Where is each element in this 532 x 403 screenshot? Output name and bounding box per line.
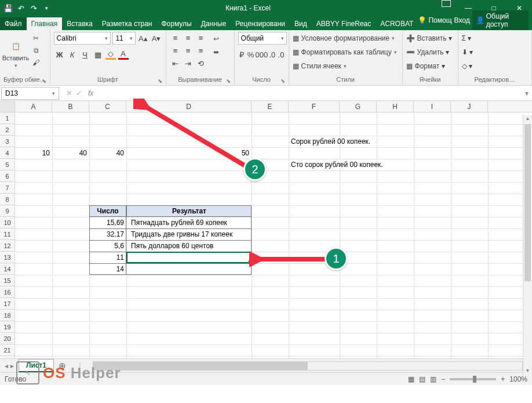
tab-abbyy[interactable]: ABBYY FineReac (312, 17, 376, 30)
tab-page-layout[interactable]: Разметка стран (97, 17, 157, 30)
cell-D11[interactable]: Тридцать две гривны 17 копеек (129, 228, 235, 240)
cell-C4[interactable]: 40 (89, 147, 126, 159)
tab-home[interactable]: Главная (27, 17, 63, 30)
share-button[interactable]: 👤 Общий доступ (472, 10, 529, 30)
font-size-combo[interactable]: 11▾ (112, 32, 136, 45)
clear-button[interactable]: ◇ ▾ (462, 60, 528, 72)
cell-C10[interactable]: 15,69 (89, 217, 126, 228)
zoom-slider[interactable] (450, 378, 496, 380)
underline-button[interactable]: Ч (79, 49, 91, 60)
row-1[interactable]: 1 (0, 112, 14, 124)
select-all-corner[interactable] (0, 101, 15, 112)
row-5[interactable]: 5 (0, 159, 14, 170)
tab-formulas[interactable]: Формулы (156, 17, 196, 30)
format-cells-button[interactable]: ▦ Формат ▾ (406, 60, 454, 72)
tab-view[interactable]: Вид (290, 17, 312, 30)
cut-icon[interactable]: ✂ (30, 33, 42, 43)
row-21[interactable]: 21 (0, 344, 14, 356)
clipboard-launcher-icon[interactable]: ⬊ (42, 78, 46, 84)
row-18[interactable]: 18 (0, 310, 14, 321)
ribbon-options-icon[interactable] (442, 0, 451, 7)
row-2[interactable]: 2 (0, 124, 14, 136)
col-E[interactable]: E (252, 101, 289, 112)
col-F[interactable]: F (289, 101, 340, 112)
row-17[interactable]: 17 (0, 298, 14, 310)
currency-icon[interactable]: ₽ (238, 49, 246, 60)
undo-icon[interactable]: ↶ (16, 3, 25, 13)
save-icon[interactable]: 💾 (3, 3, 13, 13)
row-16[interactable]: 16 (0, 286, 14, 298)
shrink-font-icon[interactable]: A▾ (151, 32, 162, 44)
border-button[interactable]: ▦ (92, 49, 104, 60)
col-B[interactable]: B (52, 101, 89, 112)
row-9[interactable]: 9 (0, 205, 14, 217)
align-center-icon[interactable]: ≡ (183, 45, 194, 56)
row-10[interactable]: 10 (0, 217, 14, 228)
cell-F5[interactable]: Сто сорок рублей 00 копеек. (289, 159, 385, 170)
tell-me[interactable]: 💡 Помощ (418, 16, 451, 24)
zoom-in-icon[interactable]: + (501, 375, 505, 383)
format-painter-icon[interactable]: 🖌 (30, 57, 42, 68)
fill-button[interactable]: ⬇ ▾ (462, 46, 528, 59)
tab-acrobat[interactable]: ACROBAT (376, 17, 418, 30)
copy-icon[interactable]: ⧉ (30, 45, 42, 56)
row-7[interactable]: 7 (0, 182, 14, 194)
align-middle-icon[interactable]: ≡ (183, 32, 194, 43)
sheet-nav-last-icon[interactable]: ▸ (10, 362, 14, 370)
view-normal-icon[interactable]: ▦ (408, 375, 414, 383)
comma-icon[interactable]: 000 (256, 49, 267, 60)
cell-C14[interactable]: 14 (89, 263, 126, 275)
cell-C12[interactable]: 5,6 (89, 240, 126, 252)
autosum-button[interactable]: Σ ▾ (462, 32, 528, 45)
row-11[interactable]: 11 (0, 228, 14, 240)
tab-review[interactable]: Рецензировани (231, 17, 290, 30)
wrap-text-icon[interactable]: ↩ (209, 33, 223, 45)
row-3[interactable]: 3 (0, 136, 14, 147)
align-right-icon[interactable]: ≡ (195, 45, 207, 56)
italic-button[interactable]: К (67, 49, 78, 60)
row-12[interactable]: 12 (0, 240, 14, 252)
inc-decimal-icon[interactable]: .0 (268, 49, 276, 60)
merge-icon[interactable]: ⬌ (209, 46, 223, 58)
col-G[interactable]: G (340, 101, 377, 112)
tab-data[interactable]: Данные (196, 17, 231, 30)
view-pagelayout-icon[interactable]: ▤ (419, 375, 425, 383)
expand-fbar-icon[interactable]: ▾ (522, 89, 532, 97)
row-4[interactable]: 4 (0, 147, 14, 159)
formula-input[interactable] (98, 87, 522, 100)
cell-A4[interactable]: 10 (15, 147, 52, 159)
font-launcher-icon[interactable]: ⬊ (158, 78, 162, 84)
bold-button[interactable]: Ж (54, 49, 65, 60)
row-13[interactable]: 13 (0, 252, 14, 263)
view-pagebreak-icon[interactable]: ▥ (430, 375, 436, 383)
row-20[interactable]: 20 (0, 333, 14, 344)
col-J[interactable]: J (451, 101, 488, 112)
insert-cells-button[interactable]: ➕ Вставить ▾ (406, 32, 454, 45)
row-14[interactable]: 14 (0, 263, 14, 275)
cell-D4[interactable]: 50 (126, 147, 252, 159)
cell-F3[interactable]: Сорок рублей 00 копеек. (289, 136, 373, 147)
cell-D12[interactable]: Пять долларов 60 центов (129, 240, 216, 252)
indent-dec-icon[interactable]: ⇤ (170, 57, 181, 69)
cell-C11[interactable]: 32,17 (89, 228, 126, 240)
cell-B4[interactable]: 40 (52, 147, 89, 159)
col-I[interactable]: I (414, 101, 451, 112)
col-H[interactable]: H (377, 101, 414, 112)
indent-inc-icon[interactable]: ⇥ (183, 57, 194, 69)
font-color-button[interactable]: A (118, 49, 129, 60)
row-8[interactable]: 8 (0, 194, 14, 205)
cell-styles-button[interactable]: ▦ Стили ячеек ▾ (293, 60, 399, 72)
tab-insert[interactable]: Вставка (62, 17, 97, 30)
number-launcher-icon[interactable]: ⬊ (280, 78, 285, 84)
qat-customize-icon[interactable]: ▾ (42, 3, 51, 13)
fx-icon[interactable]: fx (88, 89, 98, 97)
align-bottom-icon[interactable]: ≡ (195, 32, 207, 43)
align-top-icon[interactable]: ≡ (170, 32, 181, 43)
fill-color-button[interactable]: ◇ (105, 49, 116, 60)
alignment-launcher-icon[interactable]: ⬊ (226, 78, 231, 84)
cell-D10[interactable]: Пятнадцать рублей 69 копеек (129, 217, 229, 228)
name-box[interactable]: D13▾ (1, 87, 59, 100)
redo-icon[interactable]: ↷ (29, 3, 38, 13)
zoom-out-icon[interactable]: − (441, 375, 445, 383)
col-C[interactable]: C (89, 101, 126, 112)
